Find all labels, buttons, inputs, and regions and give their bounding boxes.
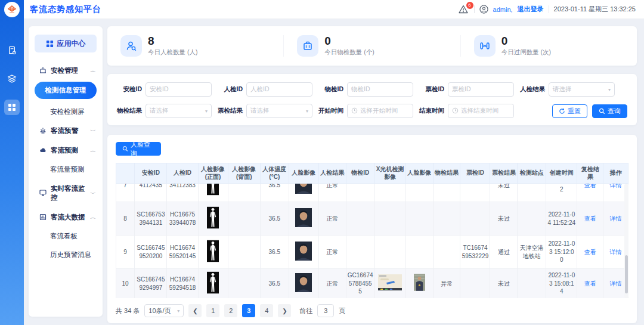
- reset-button[interactable]: 重置: [552, 104, 587, 118]
- column-header: 人脸影像: [289, 163, 318, 184]
- page-size-select[interactable]: 10条/页 ▾: [144, 304, 184, 317]
- filter-select[interactable]: 请选择▾: [145, 104, 212, 118]
- recheck-view-link[interactable]: 查看: [584, 215, 596, 222]
- document-gear-icon[interactable]: [4, 42, 20, 58]
- filter-label: 结束时间: [413, 107, 444, 115]
- table-cell: [228, 269, 260, 299]
- detail-link[interactable]: 详情: [610, 249, 622, 255]
- xray-image: [378, 274, 402, 290]
- stat-card-0: 8今日人检数量 (人): [107, 35, 283, 57]
- filter-input[interactable]: 人检ID: [246, 82, 312, 97]
- sidebar-item-9[interactable]: 历史预警消息: [35, 246, 97, 264]
- sidebar-group-label: 客流大数据: [51, 213, 85, 222]
- person-photo-image: [414, 274, 425, 291]
- sidebar-item-2[interactable]: 安检检测屏: [35, 103, 97, 121]
- table-cell: [518, 184, 546, 202]
- sidebar-group-3[interactable]: 客流预警﹀: [35, 121, 97, 141]
- filter-input[interactable]: 物检ID: [347, 82, 413, 97]
- goto-page-input[interactable]: 3: [317, 304, 334, 317]
- stat-value: 0: [324, 35, 374, 48]
- body-scan-image: [207, 271, 219, 294]
- table-cell: 7: [116, 184, 135, 202]
- face-query-button[interactable]: 人脸查询: [116, 142, 161, 156]
- filter-select[interactable]: 请选择▾: [246, 104, 312, 118]
- query-button[interactable]: 查询: [592, 104, 627, 118]
- sidebar-item-1[interactable]: 检测信息管理: [35, 82, 97, 99]
- chevron-down-icon: ▾: [608, 87, 611, 92]
- chevron-down-icon: ▾: [306, 109, 308, 114]
- table-cell: [518, 269, 546, 299]
- page-button-3[interactable]: 3: [242, 304, 255, 317]
- sidebar-item-8[interactable]: 客流看板: [35, 227, 97, 246]
- bigdata-icon: [39, 213, 47, 222]
- stat-label: 今日人检数量 (人): [148, 48, 197, 57]
- filter-select[interactable]: 请选择▾: [549, 82, 615, 97]
- page-button-4[interactable]: 4: [260, 304, 273, 317]
- table-cell: [433, 202, 460, 236]
- search-icon: [599, 108, 605, 114]
- luggage-icon: [297, 35, 318, 57]
- divider: [474, 5, 475, 13]
- face-image: [295, 208, 312, 227]
- filter-panel: 安检ID安检ID人检ID人检ID物检ID物检ID票检ID票检ID人检结果请选择▾…: [107, 74, 637, 125]
- sidebar-group-0[interactable]: 安检管理︿: [35, 61, 97, 81]
- table-cell: [460, 269, 490, 299]
- stat-value: 8: [148, 35, 197, 48]
- table-cell: [374, 269, 405, 299]
- recheck-view-link[interactable]: 查看: [584, 280, 596, 287]
- filter-field-票检ID: 票检ID票检ID: [413, 82, 514, 97]
- table-scrollbar[interactable]: [624, 184, 628, 298]
- table-cell: [289, 236, 318, 269]
- table-cell: 9: [116, 236, 135, 269]
- layers-icon[interactable]: [4, 71, 20, 86]
- table-cell: [374, 236, 405, 269]
- filter-input[interactable]: 安检ID: [145, 82, 212, 97]
- username-label: admin,: [493, 6, 513, 13]
- table-cell: [346, 236, 374, 269]
- divider: [549, 5, 549, 13]
- column-header: 物检ID: [346, 163, 374, 184]
- sidebar-item-5[interactable]: 客流量预测: [35, 160, 97, 179]
- logout-link[interactable]: 退出登录: [518, 5, 544, 14]
- table-cell: [289, 269, 318, 299]
- table-row-7: 741124353411238336.5正常未过04 11:55:12查看详情: [116, 184, 628, 202]
- scrollbar-thumb[interactable]: [625, 255, 628, 293]
- results-table-body: 741124353411238336.5正常未过04 11:55:12查看详情8…: [116, 184, 628, 298]
- stat-label: 今日过闸数量 (次): [501, 48, 551, 57]
- table-cell: [228, 202, 260, 236]
- filter-time-picker[interactable]: 选择结束时间: [448, 104, 514, 118]
- page-button-1[interactable]: 1: [206, 304, 219, 317]
- filter-time-picker[interactable]: 选择开始时间: [347, 104, 413, 118]
- sidebar-group-label: 实时客流监控: [51, 184, 86, 202]
- table-scroll-viewport[interactable]: 741124353411238336.5正常未过04 11:55:12查看详情8…: [116, 184, 628, 298]
- table-panel: 人脸查询 安检ID人检ID人检影像(正面)人检影像(背面)人体温度(°C)人脸影…: [107, 135, 637, 323]
- filter-label: 人检ID: [212, 85, 243, 94]
- filter-row-2: 物检结果请选择▾票检结果请选择▾开始时间选择开始时间结束时间选择结束时间 重置 …: [111, 104, 627, 118]
- detail-link[interactable]: 详情: [610, 184, 622, 188]
- sidebar-item-app-center[interactable]: 应用中心: [35, 35, 97, 52]
- sidebar-group-7[interactable]: 客流大数据︿: [35, 208, 97, 227]
- recheck-view-link[interactable]: 查看: [584, 249, 596, 255]
- sidebar-group-4[interactable]: 客流预测︿: [35, 141, 97, 160]
- table-cell: 通过: [490, 236, 518, 269]
- chevron-down-icon: ▾: [205, 109, 208, 114]
- next-page-button[interactable]: ❯: [278, 304, 291, 317]
- filter-input[interactable]: 票检ID: [448, 82, 514, 97]
- table-cell: [346, 202, 374, 236]
- recheck-view-link[interactable]: 查看: [584, 184, 596, 188]
- alert-bell-button[interactable]: 6: [459, 5, 469, 14]
- page-button-2[interactable]: 2: [224, 304, 237, 317]
- app-logo: [4, 2, 20, 17]
- table-row-8: 8SC1667533944131HC166753394407836.5正常未过2…: [116, 202, 628, 236]
- chevron-down-icon: ﹀: [90, 190, 96, 196]
- stat-label: 今日物检数量 (个): [324, 48, 374, 57]
- detail-link[interactable]: 详情: [610, 280, 622, 287]
- table-cell: TC1667459532229: [460, 236, 490, 269]
- table-row-9: 9SC1667459520200HC166745952014536.5正常TC1…: [116, 236, 628, 269]
- prev-page-button[interactable]: ❮: [188, 304, 202, 317]
- app-grid-icon[interactable]: [4, 100, 20, 115]
- sidebar-group-6[interactable]: 实时客流监控﹀: [35, 179, 97, 208]
- detail-link[interactable]: 详情: [610, 215, 622, 222]
- column-header: 物检结果: [433, 163, 460, 184]
- goto-suffix-label: 页: [339, 307, 345, 315]
